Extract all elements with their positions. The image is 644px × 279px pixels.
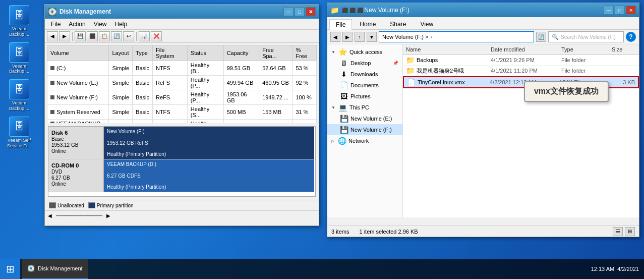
col-capacity[interactable]: Capacity bbox=[223, 45, 259, 61]
sidebar-item-network[interactable]: ▷ 🌐 Network bbox=[327, 135, 402, 146]
cell-free: 460.95 GB bbox=[259, 76, 292, 90]
sidebar-item-new-vol-f[interactable]: 💾 New Volume (F:) bbox=[327, 124, 402, 135]
toolbar-btn7[interactable]: ❌ bbox=[151, 31, 162, 41]
navigation-bar: ◀ ▶ ↑ ▼ New Volume (F:) > › 🔄 🔍 Search N… bbox=[327, 30, 639, 44]
col-free[interactable]: Free Spa... bbox=[259, 45, 292, 61]
taskbar-disk-mgmt[interactable]: 💽 Disk Management bbox=[22, 259, 88, 279]
folder-icon2: 📁 bbox=[406, 67, 415, 75]
file-row-backups[interactable]: 📁 Backups 4/1/2021 9:26 PM File folder bbox=[403, 55, 639, 66]
fe-close-button[interactable]: ✕ bbox=[626, 6, 636, 15]
toolbar-btn4[interactable]: 🔄 bbox=[111, 31, 122, 41]
veeam1-label: Veeam Backup ... bbox=[4, 26, 34, 37]
col-volume[interactable]: Volume bbox=[47, 45, 109, 61]
tab-file[interactable]: File bbox=[329, 19, 352, 30]
cell-fs: CDFS bbox=[152, 120, 187, 124]
disk6-partition1[interactable]: New Volume (F:) 1953.12 GB ReFS Healthy … bbox=[104, 127, 315, 159]
veeam-self-label: Veeam SelfService Fr... bbox=[7, 138, 31, 149]
file-row-chinese-folder[interactable]: 📁 我是机器猫身2号哦 4/1/2021 11:20 PM File folde… bbox=[403, 66, 639, 76]
volume-table: Volume Layout Type File System Status Ca… bbox=[47, 45, 317, 123]
disk6-name: Disk 6 bbox=[51, 130, 100, 136]
details-view-button[interactable]: ☰ bbox=[613, 227, 623, 236]
forward-button[interactable]: ▶ bbox=[59, 31, 70, 41]
disk6-type: Basic bbox=[51, 136, 100, 142]
file-name-chinese: 📁 我是机器猫身2号哦 bbox=[403, 67, 488, 75]
cell-free: 1949.72 ... bbox=[259, 90, 292, 105]
search-bar[interactable]: 🔍 Search New Volume (F:) bbox=[548, 31, 624, 42]
start-button[interactable]: ⊞ bbox=[0, 259, 20, 279]
scrollbar-area: ◀ ───────────── ▶ bbox=[48, 213, 110, 218]
recent-nav-button[interactable]: ▼ bbox=[367, 32, 377, 42]
col-layout[interactable]: Layout bbox=[109, 45, 133, 61]
expand-icon: ▼ bbox=[331, 50, 335, 54]
cell-fs: ReFS bbox=[152, 76, 187, 90]
taskbar: ⊞ 💽 Disk Management 12:13 AM 4/2/2021 bbox=[0, 259, 644, 279]
minimize-button[interactable]: ─ bbox=[283, 7, 294, 16]
disk-management-menu: File Action View Help bbox=[45, 19, 319, 30]
view-buttons: ☰ ⊞ bbox=[613, 227, 635, 236]
fe-minimize-button[interactable]: ─ bbox=[604, 6, 614, 15]
cell-pct: 0 % bbox=[292, 120, 317, 124]
col-status[interactable]: Status bbox=[187, 45, 223, 61]
sidebar-item-veeam-self[interactable]: 🗄 Veeam SelfService Fr... bbox=[4, 117, 34, 149]
table-row[interactable]: New Volume (F:) Simple Basic ReFS Health… bbox=[47, 90, 317, 105]
forward-nav-button[interactable]: ▶ bbox=[342, 32, 353, 42]
cdrom-row: CD-ROM 0 DVD 6.27 GB Online VEEAM BACKUP… bbox=[48, 159, 315, 192]
file-name-vmx: 📄 TinyCoreLinux.vmx bbox=[404, 78, 487, 86]
toolbar-btn5[interactable]: ↩ bbox=[123, 31, 134, 41]
tab-view[interactable]: View bbox=[414, 19, 440, 29]
col-header-modified[interactable]: Date modified bbox=[488, 45, 558, 53]
col-header-name[interactable]: Name bbox=[403, 45, 488, 53]
cell-pct: 92 % bbox=[292, 76, 317, 90]
refresh-button[interactable]: 🔄 bbox=[536, 32, 546, 42]
col-pct[interactable]: % Free bbox=[292, 45, 317, 61]
tab-home[interactable]: Home bbox=[353, 19, 382, 29]
disk6-row: Disk 6 Basic 1953.12 GB Online New Volum… bbox=[48, 127, 315, 159]
menu-help[interactable]: Help bbox=[111, 20, 132, 29]
table-row[interactable]: (C:) Simple Basic NTFS Healthy (B... 99.… bbox=[47, 61, 317, 76]
col-header-size[interactable]: Size bbox=[609, 45, 639, 53]
cell-type: Basic bbox=[133, 90, 153, 105]
sidebar-item-pictures[interactable]: 🖼 Pictures bbox=[327, 91, 402, 102]
fe-titlebar-icon: 📁 bbox=[330, 6, 339, 14]
legend-primary-label: Primary partition bbox=[97, 203, 134, 208]
sidebar-item-new-vol-e[interactable]: 💾 New Volume (E:) bbox=[327, 113, 402, 124]
close-button[interactable]: ✕ bbox=[306, 7, 316, 16]
cell-layout: Simple bbox=[109, 90, 133, 105]
toolbar-btn1[interactable]: 💾 bbox=[75, 31, 86, 41]
toolbar-btn2[interactable]: ⬛ bbox=[87, 31, 98, 41]
col-filesystem[interactable]: File System bbox=[152, 45, 187, 61]
table-row[interactable]: System Reserved Simple Basic NTFS Health… bbox=[47, 105, 317, 120]
sidebar-item-downloads[interactable]: ⬇ Downloads bbox=[327, 69, 402, 80]
sidebar-item-quick-access[interactable]: ▼ ⭐ Quick access bbox=[327, 46, 402, 58]
veeam3-label: VeeamBackup ... bbox=[9, 100, 29, 111]
file-explorer-titlebar: 📁 ⬛ ⬛ ⬛ New Volume (F:) ─ □ ✕ bbox=[327, 3, 639, 17]
sidebar-item-veeam1[interactable]: 🗄 Veeam Backup ... bbox=[4, 5, 34, 37]
toolbar-btn6[interactable]: 📊 bbox=[139, 31, 150, 41]
toolbar-btn3[interactable]: 📋 bbox=[99, 31, 110, 41]
sidebar-item-this-pc[interactable]: ▼ 💻 This PC bbox=[327, 102, 402, 113]
table-row[interactable]: VEEAM BACKUP (... Simple Basic CDFS Heal… bbox=[47, 120, 317, 124]
menu-file[interactable]: File bbox=[47, 20, 65, 29]
col-header-type[interactable]: Type bbox=[558, 45, 609, 53]
up-nav-button[interactable]: ↑ bbox=[355, 32, 365, 42]
menu-action[interactable]: Action bbox=[65, 20, 89, 29]
legend-unallocated-color bbox=[49, 202, 56, 208]
sidebar-item-veeam3[interactable]: 🗄 VeeamBackup ... bbox=[4, 79, 34, 111]
menu-view[interactable]: View bbox=[90, 20, 111, 29]
tiles-view-button[interactable]: ⊞ bbox=[625, 227, 635, 236]
table-row[interactable]: New Volume (E:) Simple Basic ReFS Health… bbox=[47, 76, 317, 90]
help-button[interactable]: ? bbox=[626, 32, 636, 42]
maximize-button[interactable]: □ bbox=[295, 7, 305, 16]
cell-layout: Simple bbox=[109, 76, 133, 90]
cell-free: 0 MB bbox=[259, 120, 292, 124]
cdrom-partition1[interactable]: VEEAM BACKUP (D:) 6.27 GB CDFS Healthy (… bbox=[104, 159, 315, 192]
sidebar-item-documents[interactable]: 📄 Documents bbox=[327, 80, 402, 91]
tab-share[interactable]: Share bbox=[383, 19, 413, 29]
sidebar-item-veeam2[interactable]: 🗄 VeeamBackup ... bbox=[4, 42, 34, 75]
back-button[interactable]: ◀ bbox=[47, 31, 58, 41]
sidebar-item-desktop[interactable]: 🖥 Desktop 📌 bbox=[327, 58, 402, 69]
fe-maximize-button[interactable]: □ bbox=[615, 6, 625, 15]
address-bar[interactable]: New Volume (F:) > › bbox=[379, 31, 534, 42]
back-nav-button[interactable]: ◀ bbox=[330, 32, 340, 42]
col-type[interactable]: Type bbox=[133, 45, 153, 61]
